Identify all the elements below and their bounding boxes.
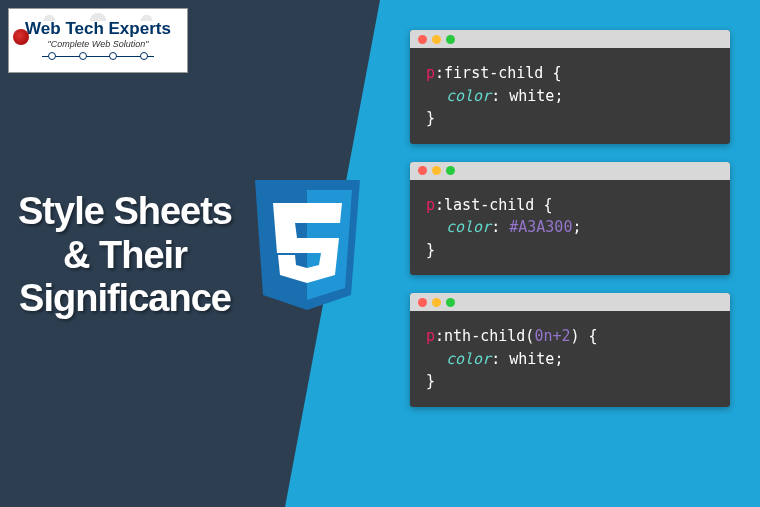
code-body: p:nth-child(0n+2) { color: white; } — [410, 311, 730, 407]
code-semicolon: ; — [572, 218, 581, 236]
code-colon: : — [491, 350, 500, 368]
main-headline: Style Sheets & Their Significance — [10, 190, 240, 321]
logo-dot — [79, 52, 87, 60]
code-window-1: p:first-child { color: white; } — [410, 30, 730, 144]
code-colon: : — [491, 87, 500, 105]
code-property: color — [446, 87, 491, 105]
code-semicolon: ; — [554, 87, 563, 105]
logo-dot — [140, 52, 148, 60]
logo-dot — [48, 52, 56, 60]
close-icon — [418, 298, 427, 307]
maximize-icon — [446, 166, 455, 175]
logo-globe-icon — [13, 29, 29, 45]
code-pseudo-prefix: :nth-child( — [435, 327, 534, 345]
code-pseudo-expr: 0n+2 — [534, 327, 570, 345]
code-pseudo: :first-child — [435, 64, 543, 82]
css3-shield-icon — [245, 175, 370, 320]
minimize-icon — [432, 35, 441, 44]
code-body: p:last-child { color: #A3A300; } — [410, 180, 730, 276]
logo-subtitle: "Complete Web Solution" — [17, 39, 179, 49]
logo-dots-row — [17, 52, 179, 60]
code-selector: p — [426, 327, 435, 345]
code-pseudo: :last-child — [435, 196, 534, 214]
logo-title: Web Tech Experts — [17, 19, 179, 39]
code-brace: } — [426, 109, 435, 127]
window-titlebar — [410, 293, 730, 311]
code-brace: { — [552, 64, 561, 82]
code-property: color — [446, 350, 491, 368]
window-titlebar — [410, 30, 730, 48]
code-selector: p — [426, 196, 435, 214]
code-property: color — [446, 218, 491, 236]
logo-dot — [109, 52, 117, 60]
minimize-icon — [432, 298, 441, 307]
code-brace: } — [426, 241, 435, 259]
code-windows-column: p:first-child { color: white; } p:last-c… — [410, 30, 730, 407]
code-brace: { — [543, 196, 552, 214]
code-value: white — [509, 350, 554, 368]
code-semicolon: ; — [554, 350, 563, 368]
code-window-3: p:nth-child(0n+2) { color: white; } — [410, 293, 730, 407]
close-icon — [418, 166, 427, 175]
headline-line3: Significance — [19, 277, 231, 319]
code-selector: p — [426, 64, 435, 82]
close-icon — [418, 35, 427, 44]
code-value: #A3A300 — [509, 218, 572, 236]
headline-line2: & Their — [63, 234, 187, 276]
logo-card: Web Tech Experts "Complete Web Solution" — [8, 8, 188, 73]
maximize-icon — [446, 35, 455, 44]
code-brace: } — [426, 372, 435, 390]
headline-line1: Style Sheets — [18, 190, 232, 232]
code-brace: { — [589, 327, 598, 345]
minimize-icon — [432, 166, 441, 175]
code-body: p:first-child { color: white; } — [410, 48, 730, 144]
window-titlebar — [410, 162, 730, 180]
maximize-icon — [446, 298, 455, 307]
code-window-2: p:last-child { color: #A3A300; } — [410, 162, 730, 276]
code-pseudo-suffix: ) — [571, 327, 580, 345]
code-value: white — [509, 87, 554, 105]
code-colon: : — [491, 218, 500, 236]
